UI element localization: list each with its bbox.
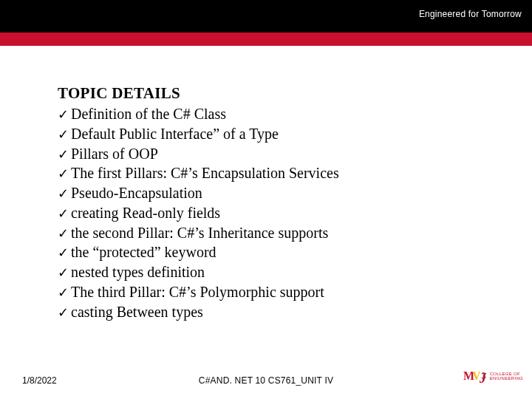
list-item-label: The third Pillar: C#’s Polymorphic suppo… [71, 284, 324, 300]
svg-text:J: J [479, 371, 487, 384]
list-item: ✓Pseudo-Encapsulation [58, 183, 471, 203]
check-icon: ✓ [58, 265, 71, 282]
list-item-label: the “protected” keyword [71, 244, 216, 260]
check-icon: ✓ [58, 126, 71, 144]
check-icon: ✓ [58, 304, 71, 322]
check-icon: ✓ [58, 284, 71, 302]
logo-line2: ENGINEERING [490, 376, 523, 381]
section-heading: TOPIC DETAILS [58, 84, 471, 103]
list-item-label: Pillars of OOP [71, 146, 158, 162]
list-item-label: Pseudo-Encapsulation [71, 185, 202, 201]
list-item-label: nested types definition [71, 264, 205, 280]
list-item-label: the second Pillar: C#’s Inheritance supp… [71, 225, 328, 241]
list-item: ✓casting Between types [58, 302, 471, 322]
footer: 1/8/2022 C#AND. NET 10 CS761_UNIT IV 3 M… [0, 371, 532, 389]
content-block: TOPIC DETAILS ✓Definition of the C# Clas… [58, 84, 471, 321]
tagline-text: Engineered for Tomorrow [419, 9, 522, 19]
red-bar [0, 33, 532, 46]
list-item: ✓creating Read-only fields [58, 203, 471, 223]
list-item-label: Definition of the C# Class [71, 106, 226, 122]
check-icon: ✓ [58, 166, 71, 183]
top-black-bar: Engineered for Tomorrow [0, 0, 532, 33]
list-item: ✓nested types definition [58, 262, 471, 282]
check-icon: ✓ [58, 245, 71, 262]
mvj-logo: M V J COLLEGE OF ENGINEERING [463, 368, 523, 384]
check-icon: ✓ [58, 225, 71, 243]
list-item: ✓Default Public Interface” of a Type [58, 124, 471, 144]
check-icon: ✓ [58, 146, 71, 164]
list-item: ✓the second Pillar: C#’s Inheritance sup… [58, 223, 471, 243]
list-item-label: creating Read-only fields [71, 205, 220, 221]
footer-date: 1/8/2022 [22, 375, 57, 386]
logo-text: COLLEGE OF ENGINEERING [490, 372, 523, 381]
check-icon: ✓ [58, 106, 71, 124]
list-item: ✓Definition of the C# Class [58, 104, 471, 124]
list-item: ✓Pillars of OOP [58, 144, 471, 164]
check-icon: ✓ [58, 205, 71, 223]
list-item: ✓The first Pillars: C#’s Encapsulation S… [58, 163, 471, 183]
list-item-label: Default Public Interface” of a Type [71, 126, 279, 142]
check-icon: ✓ [58, 185, 71, 203]
list-item: ✓the “protected” keyword [58, 242, 471, 262]
list-item-label: casting Between types [71, 304, 203, 320]
list-item: ✓The third Pillar: C#’s Polymorphic supp… [58, 282, 471, 302]
mvj-logo-icon: M V J [463, 368, 488, 384]
footer-center-text: C#AND. NET 10 CS761_UNIT IV [199, 375, 333, 386]
list-item-label: The first Pillars: C#’s Encapsulation Se… [71, 165, 339, 181]
